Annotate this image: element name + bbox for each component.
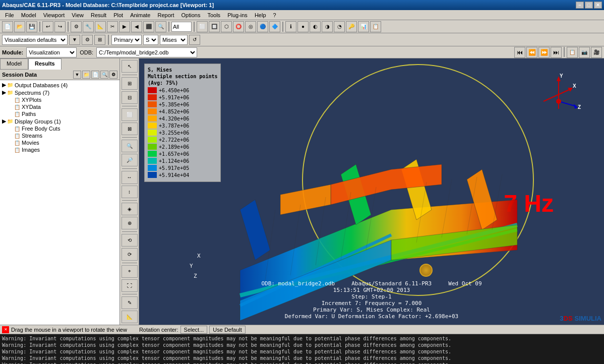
toolbar-b1[interactable]: ⚙ [71,21,82,32]
tab-results[interactable]: Results [28,58,62,70]
toolbar-new[interactable]: 📄 [2,21,13,32]
session-btn2[interactable]: 📁 [82,71,90,79]
menu-model[interactable]: Model [18,11,39,19]
toolbar-c3[interactable]: ◑ [322,21,333,32]
toolbar-b13[interactable]: ◎ [245,21,256,32]
vtool-b8[interactable]: ↕ [122,186,138,198]
menu-view[interactable]: View [69,11,87,19]
toolbar2-settings[interactable]: ⚙ [82,35,93,45]
menu-help[interactable]: Help [252,11,269,19]
tree-item[interactable]: ▶📁Output Databases (4) [1,81,118,89]
menu-plot[interactable]: Plot [110,11,126,19]
tree-item[interactable]: 📋XYPlots [1,96,118,103]
toolbar-open[interactable]: 📂 [14,21,25,32]
toolbar-b6[interactable]: ◀ [131,21,142,32]
toolbar-undo[interactable]: ↩ [42,21,53,32]
session-btn5[interactable]: ⚙ [109,71,117,79]
toolbar-b11[interactable]: ⬡ [221,21,232,32]
toolbar-b4[interactable]: ✂ [107,21,118,32]
vtool-b10[interactable]: ⊕ [122,217,138,229]
toolbar-b14[interactable]: 🔵 [257,21,268,32]
tab-model[interactable]: Model [0,58,28,70]
toolbar-save[interactable]: 💾 [26,21,37,32]
primary-select[interactable]: Primary [111,35,142,45]
toolbar-b5[interactable]: ▶ [119,21,130,32]
menu-animate[interactable]: Animate [127,11,153,19]
odb-select[interactable]: C:/Temp/modal_bridge2.odb [96,47,197,57]
status-stop-icon[interactable]: ✕ [2,326,9,333]
vtool-b7[interactable]: ↔ [122,171,138,184]
menu-file[interactable]: File [2,11,17,19]
session-btn3[interactable]: 📄 [91,71,99,79]
vtool-b4[interactable]: ⊠ [122,123,138,135]
session-btn1[interactable]: ▼ [73,71,81,79]
close-button[interactable]: ✕ [594,2,602,9]
menu-viewport[interactable]: Viewport [40,11,68,19]
all-input[interactable] [171,22,192,32]
vtool-b11[interactable]: ⟲ [122,234,138,247]
toolbar-b3[interactable]: 📐 [95,21,106,32]
session-btn4[interactable]: 🔍 [100,71,108,79]
tree-item[interactable]: 📋Streams [1,132,118,139]
toolbar-c7[interactable]: 📋 [370,21,381,32]
vtool-b12[interactable]: ⟳ [122,248,138,261]
mises-select[interactable]: Mises [160,35,188,45]
menu-result[interactable]: Result [88,11,109,19]
toolbar-b7[interactable]: ⬛ [143,21,154,32]
vtool-b5[interactable]: 🔍 [122,140,138,152]
toolbar-b10[interactable]: 🔲 [209,21,220,32]
tree-item[interactable]: 📋Movies [1,139,118,146]
copy-btn[interactable]: 📋 [567,47,578,58]
toolbar-c1[interactable]: ● [297,21,309,32]
maximize-button[interactable]: □ [585,2,593,9]
tree-item[interactable]: ▶📁Display Groups (1) [1,117,118,125]
toolbar-c2[interactable]: ◐ [310,21,321,32]
toolbar2-layers[interactable]: ⊞ [94,35,105,45]
select-button[interactable]: Select... [180,326,208,334]
menu-plugins[interactable]: Plug-ins [224,11,251,19]
menu-report[interactable]: Report [154,11,177,19]
vtool-b16[interactable]: 📐 [122,311,138,323]
toolbar-redo[interactable]: ↪ [54,21,66,32]
play-last[interactable]: ⏭ [551,47,562,58]
vtool-b14[interactable]: ⛶ [122,279,138,292]
toolbar-b2[interactable]: 🔧 [83,21,94,32]
viz-defaults-select[interactable]: Visualization defaults [2,35,68,45]
vtool-b15[interactable]: ✎ [122,296,138,309]
tree-item[interactable]: 📋Paths [1,110,118,117]
tree-item[interactable]: 📋Images [1,146,118,153]
play-fwd[interactable]: ⏩ [538,47,550,58]
toolbar2-refresh[interactable]: ↺ [189,35,200,45]
vtool-b1[interactable]: ⊞ [122,77,138,90]
viewport[interactable]: S, MisesMultiple section points(Avg: 75%… [139,58,604,325]
video-btn[interactable]: 🎥 [591,47,602,58]
toolbar-b15[interactable]: 🔷 [269,21,280,32]
menu-question[interactable]: ? [270,11,279,19]
toolbar-c6[interactable]: 📊 [358,21,369,32]
menu-options[interactable]: Options [178,11,204,19]
toolbar-b12[interactable]: ⭕ [233,21,244,32]
toolbar-info[interactable]: ℹ [285,21,296,32]
vtool-cursor[interactable]: ↖ [122,60,138,73]
minimize-button[interactable]: − [576,2,584,9]
play-first[interactable]: ⏮ [514,47,525,58]
vtool-b2[interactable]: ⊟ [122,91,138,104]
vtool-b3[interactable]: ⬜ [122,108,138,121]
use-default-button[interactable]: Use Default [209,326,245,334]
toolbar-c5[interactable]: 🔑 [346,21,357,32]
toolbar-b8[interactable]: 🔍 [155,21,166,32]
rotate-control[interactable] [419,264,433,277]
tree-item[interactable]: 📋XYData [1,103,118,110]
toolbar-c4[interactable]: ◔ [334,21,345,32]
tree-item[interactable]: 📋Free Body Cuts [1,125,118,132]
toolbar2-btn1[interactable]: ▼ [69,35,80,45]
play-prev[interactable]: ⏪ [526,47,537,58]
menu-tools[interactable]: Tools [204,11,223,19]
tree-item[interactable]: ▶📁Spectrums (7) [1,89,118,96]
toolbar-b9[interactable]: ⬜ [197,21,208,32]
module-select[interactable]: Visualization [26,47,77,57]
s-select[interactable]: S [143,35,158,45]
vtool-b6[interactable]: 🔎 [122,154,138,166]
vtool-b13[interactable]: ⌖ [122,265,138,278]
vtool-b9[interactable]: ◈ [122,203,138,215]
